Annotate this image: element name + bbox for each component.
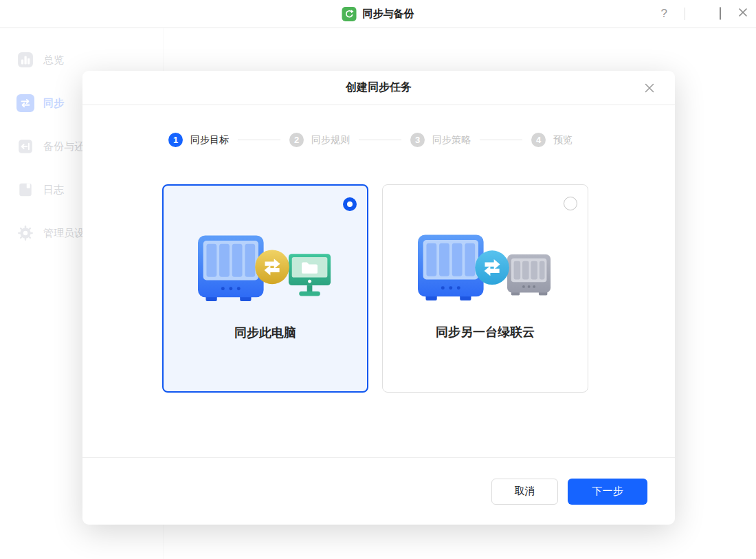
next-step-button[interactable]: 下一步 [568, 479, 647, 505]
step-number: 2 [289, 133, 304, 147]
step-label: 同步策略 [432, 134, 471, 146]
app-window: 总览 同步 备份与还原 日志 [0, 0, 756, 559]
wizard-stepper: 1 同步目标 2 同步规则 3 同步策略 4 预览 [168, 133, 572, 147]
window-title: 同步与备份 [363, 8, 414, 21]
step-number: 3 [410, 133, 425, 147]
step-connector [359, 140, 401, 140]
dialog-footer: 取消 下一步 [82, 457, 675, 525]
title-bar: 同步与备份 ? [0, 0, 756, 28]
cancel-button[interactable]: 取消 [491, 479, 558, 505]
step-number: 4 [531, 133, 546, 147]
step-sync-target: 1 同步目标 [168, 133, 229, 147]
option-card-sync-another-nas[interactable]: 同步另一台绿联云 [382, 184, 588, 393]
dialog-title: 创建同步任务 [346, 80, 412, 95]
app-sync-icon [342, 7, 357, 21]
maximize-button[interactable] [720, 8, 721, 20]
radio-selected-icon[interactable] [343, 197, 357, 211]
close-window-button[interactable] [738, 8, 748, 20]
close-dialog-icon[interactable] [642, 80, 657, 96]
nas-to-pc-illustration [164, 235, 367, 308]
titlebar-divider [685, 8, 685, 20]
step-sync-rules: 2 同步规则 [289, 133, 350, 147]
step-label: 预览 [553, 134, 572, 146]
dialog-header: 创建同步任务 [82, 71, 675, 105]
sync-target-options: 同步此电脑 [162, 184, 588, 393]
option-card-sync-this-pc[interactable]: 同步此电脑 [162, 184, 368, 393]
help-icon[interactable]: ? [661, 7, 667, 21]
step-number: 1 [168, 133, 183, 147]
step-label: 同步目标 [190, 134, 229, 146]
step-label: 同步规则 [311, 134, 350, 146]
step-preview: 4 预览 [531, 133, 572, 147]
option-label: 同步此电脑 [164, 325, 367, 341]
step-sync-strategy: 3 同步策略 [410, 133, 471, 147]
step-connector [480, 140, 522, 140]
step-connector [238, 140, 280, 140]
nas-to-nas-illustration [383, 234, 588, 307]
create-sync-task-dialog: 创建同步任务 1 同步目标 2 同步规则 3 同步策略 4 [82, 71, 675, 525]
option-label: 同步另一台绿联云 [383, 324, 588, 340]
radio-unselected-icon[interactable] [564, 197, 577, 210]
